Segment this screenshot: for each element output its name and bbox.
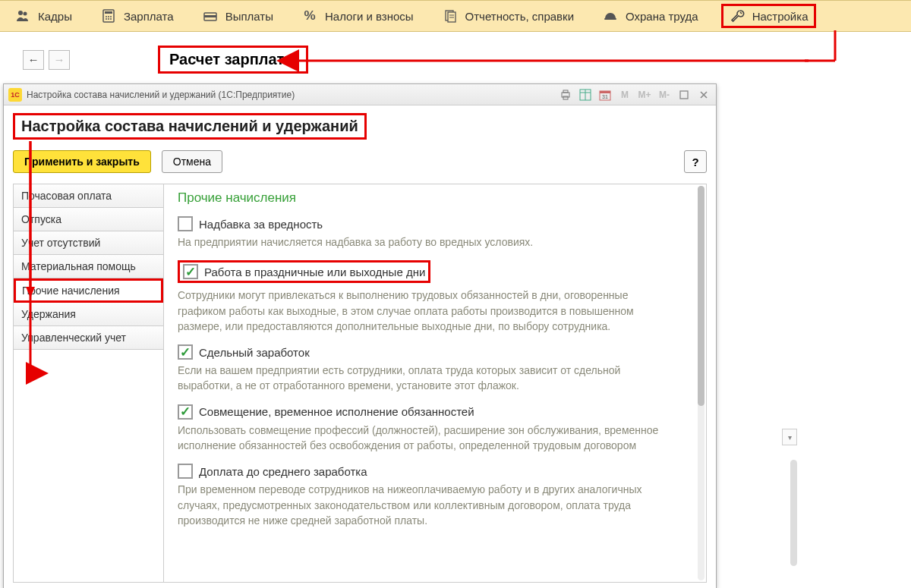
menu-nalogi[interactable]: % Налоги и взносы	[302, 8, 414, 24]
option-holiday-work[interactable]: Работа в праздничные или выходные дни	[178, 260, 430, 283]
m-plus-button[interactable]: M+	[637, 87, 652, 102]
svg-rect-3	[105, 11, 112, 14]
option-label: Работа в праздничные или выходные дни	[204, 266, 425, 278]
option-label: Сдельный заработок	[199, 346, 310, 359]
option-combination[interactable]: Совмещение, временное исполнение обязанн…	[178, 404, 692, 420]
menu-otchetnost[interactable]: Отчетность, справки	[443, 8, 574, 24]
print-icon[interactable]	[558, 87, 573, 102]
dialog-window: 1C Настройка состава начислений и удержа…	[3, 83, 717, 588]
menu-label: Кадры	[38, 10, 72, 23]
menu-label: Налоги и взносы	[325, 10, 414, 23]
option-desc: Сотрудники могут привлекаться к выполнен…	[178, 288, 664, 334]
checkbox[interactable]	[178, 464, 193, 479]
svg-rect-16	[604, 18, 616, 20]
option-desc: Если на вашем предприятии есть сотрудник…	[178, 363, 664, 394]
checkbox[interactable]	[183, 264, 198, 279]
tab-other-accruals[interactable]: Прочие начисления	[14, 278, 163, 303]
checkbox[interactable]	[178, 404, 193, 420]
svg-point-5	[108, 16, 109, 17]
close-icon[interactable]	[696, 87, 711, 102]
svg-point-6	[110, 16, 112, 17]
option-hazard-allowance[interactable]: Надбавка за вредность	[178, 216, 692, 231]
side-tabs: Почасовая оплата Отпуска Учет отсутствий…	[14, 184, 164, 582]
tab-vacations[interactable]: Отпуска	[14, 208, 163, 231]
menu-label: Настройка	[752, 10, 809, 23]
calendar-icon[interactable]: 31	[597, 87, 613, 102]
panel-scrollbar[interactable]	[698, 186, 705, 580]
option-label: Доплата до среднего заработка	[199, 465, 367, 478]
tab-management[interactable]: Управленческий учет	[14, 326, 163, 350]
tab-deductions[interactable]: Удержания	[14, 303, 163, 326]
docs-icon	[443, 8, 458, 24]
top-menu: Кадры Зарплата Выплаты % Налоги и взносы…	[0, 0, 911, 32]
arrow-right-icon: →	[54, 53, 65, 66]
bg-scrollbar	[790, 460, 797, 566]
svg-point-9	[110, 18, 112, 20]
calc-icon	[101, 8, 116, 24]
option-desc: На предприятии начисляется надбавка за р…	[178, 234, 664, 250]
option-label: Надбавка за вредность	[199, 218, 323, 231]
menu-kadry[interactable]: Кадры	[15, 8, 72, 24]
svg-rect-26	[680, 91, 688, 99]
option-desc: При временном переводе сотрудников на ни…	[178, 482, 664, 528]
calc-icon[interactable]	[578, 87, 593, 102]
panel-title: Прочие начисления	[178, 190, 692, 206]
menu-label: Выплаты	[225, 10, 273, 23]
checkbox[interactable]	[178, 216, 193, 231]
restore-icon[interactable]	[676, 87, 692, 102]
apply-close-button[interactable]: Применить и закрыть	[13, 150, 151, 173]
people-icon	[15, 8, 30, 24]
nav-forward-button[interactable]: →	[49, 50, 70, 70]
tab-absences[interactable]: Учет отсутствий	[14, 231, 163, 255]
menu-vyplaty[interactable]: Выплаты	[203, 8, 273, 24]
menu-ohrana[interactable]: Охрана труда	[603, 8, 698, 24]
menu-label: Зарплата	[124, 10, 174, 23]
svg-rect-24	[600, 91, 610, 93]
menu-label: Охрана труда	[626, 10, 698, 23]
wrench-icon	[730, 8, 745, 24]
svg-rect-18	[563, 90, 568, 93]
page-title: Настройка состава начислений и удержаний	[13, 113, 367, 140]
option-piecework[interactable]: Сдельный заработок	[178, 344, 692, 360]
breadcrumb[interactable]: Расчет зарплаты	[158, 46, 308, 74]
tab-material-help[interactable]: Материальная помощь	[14, 255, 163, 278]
cancel-button[interactable]: Отмена	[162, 150, 222, 173]
svg-text:31: 31	[602, 94, 608, 99]
svg-point-0	[18, 11, 23, 15]
menu-label: Отчетность, справки	[465, 10, 574, 23]
wallet-icon	[203, 8, 218, 24]
bg-dropdown-icon: ▾	[782, 429, 797, 445]
window-title: Настройка состава начислений и удержаний…	[27, 90, 295, 100]
option-average-topup[interactable]: Доплата до среднего заработка	[178, 464, 692, 479]
option-desc: Использовать совмещение профессий (должн…	[178, 423, 664, 454]
helmet-icon	[603, 8, 618, 24]
option-label: Совмещение, временное исполнение обязанн…	[199, 405, 474, 418]
help-button[interactable]: ?	[684, 150, 707, 173]
svg-point-1	[24, 12, 27, 16]
svg-point-8	[108, 18, 109, 20]
svg-rect-11	[204, 15, 216, 17]
app-logo-icon: 1C	[8, 88, 22, 102]
arrow-left-icon: ←	[28, 53, 39, 66]
percent-icon: %	[302, 8, 317, 24]
checkbox[interactable]	[178, 344, 193, 360]
svg-point-4	[106, 16, 107, 17]
m-button[interactable]: M	[617, 87, 632, 102]
scrollbar-thumb[interactable]	[698, 186, 705, 406]
menu-nastroika[interactable]: Настройка	[721, 4, 817, 28]
nav-back-button[interactable]: ←	[23, 50, 44, 70]
tab-hourly[interactable]: Почасовая оплата	[14, 184, 163, 208]
svg-point-7	[106, 18, 107, 20]
titlebar: 1C Настройка состава начислений и удержа…	[4, 84, 716, 105]
menu-zarplata[interactable]: Зарплата	[101, 8, 174, 24]
m-minus-button[interactable]: M-	[657, 87, 672, 102]
